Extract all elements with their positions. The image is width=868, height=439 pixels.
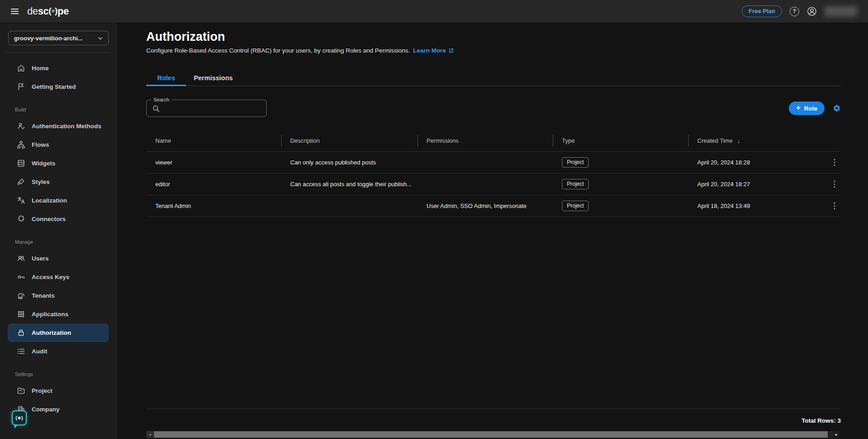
table-bottom-border — [146, 409, 841, 409]
search-input[interactable] — [163, 105, 266, 112]
table-settings-gear-icon[interactable] — [833, 104, 841, 112]
logo-text: de — [27, 5, 38, 17]
sidebar-item-audit[interactable]: Audit — [0, 342, 116, 361]
row-menu-kebab-icon[interactable] — [832, 178, 837, 190]
sidebar-item-users[interactable]: Users — [0, 249, 116, 268]
row-menu-kebab-icon[interactable] — [832, 157, 837, 168]
sidebar-item-widgets[interactable]: Widgets — [0, 154, 116, 173]
puzzle-icon — [17, 215, 25, 223]
sidebar: groovy-vermilion-archi... Home Getting S… — [0, 23, 116, 439]
topbar: desc(∗)pe Free Plan ? — [0, 0, 868, 23]
list-icon — [17, 347, 25, 356]
chat-logo-glyph: (∗) — [15, 415, 23, 421]
table-header: Name Description Permissions Type Create… — [146, 130, 841, 152]
sidebar-item-authorization[interactable]: Authorization — [8, 323, 109, 342]
support-chat-widget[interactable]: (∗) — [12, 410, 27, 425]
table-row[interactable]: viewer Can only access published posts P… — [146, 152, 841, 174]
scroll-left-arrow-icon[interactable]: ◄ — [146, 431, 153, 438]
grid-icon — [17, 310, 25, 318]
flag-icon — [17, 82, 25, 91]
type-badge: Project — [562, 201, 589, 211]
learn-more-link[interactable]: Learn More — [413, 47, 454, 54]
column-header-type[interactable]: Type — [553, 130, 688, 151]
folder-icon — [17, 386, 25, 395]
descope-logo[interactable]: desc(∗)pe — [27, 5, 69, 17]
sidebar-item-connectors[interactable]: Connectors — [0, 210, 116, 228]
add-role-button[interactable]: + Role — [789, 101, 825, 115]
column-header-created-time[interactable]: Created Time ↓ — [688, 130, 841, 151]
search-icon — [152, 105, 160, 112]
sidebar-item-tenants[interactable]: Tenants — [0, 286, 116, 305]
account-name-redacted — [825, 6, 857, 16]
sidebar-section-settings: Settings — [15, 371, 116, 378]
project-selector-value: groovy-vermilion-archi... — [14, 35, 83, 42]
translate-icon — [17, 196, 25, 205]
help-icon[interactable]: ? — [790, 7, 799, 16]
tenant-building-icon — [17, 291, 25, 300]
total-rows-label: Total Rows: 3 — [801, 417, 841, 424]
widgets-icon — [17, 159, 25, 168]
person-check-icon — [17, 122, 25, 130]
chevron-down-icon — [97, 35, 104, 42]
tab-bar: Roles Permissions — [146, 71, 841, 86]
type-badge: Project — [562, 179, 589, 189]
table-toolbar: Search + Role — [146, 100, 841, 117]
menu-icon[interactable] — [11, 7, 19, 15]
free-plan-badge[interactable]: Free Plan — [742, 5, 782, 17]
sidebar-item-access-keys[interactable]: Access Keys — [0, 268, 116, 286]
column-header-name[interactable]: Name — [146, 130, 281, 151]
search-field[interactable]: Search — [146, 100, 267, 117]
page-title: Authorization — [146, 30, 841, 44]
column-header-permissions[interactable]: Permissions — [417, 130, 553, 151]
sidebar-item-flows[interactable]: Flows — [0, 135, 116, 154]
main-content: Authorization Configure Role-Based Acces… — [116, 23, 868, 439]
sidebar-item-project[interactable]: Project — [0, 381, 116, 400]
users-icon — [17, 254, 25, 263]
brush-icon — [17, 178, 25, 186]
scroll-right-arrow-icon[interactable]: ► — [833, 431, 840, 438]
row-menu-kebab-icon[interactable] — [832, 200, 837, 212]
sidebar-item-applications[interactable]: Applications — [0, 305, 116, 323]
key-icon — [17, 273, 25, 281]
sidebar-nav: Home Getting Started Build Authenticatio… — [0, 53, 116, 419]
column-header-description[interactable]: Description — [281, 130, 417, 151]
sidebar-section-build: Build — [15, 107, 116, 113]
horizontal-scrollbar[interactable]: ◄ ► — [146, 431, 840, 438]
plus-icon: + — [796, 104, 800, 112]
sidebar-section-manage: Manage — [15, 239, 116, 246]
tab-roles[interactable]: Roles — [146, 71, 186, 86]
page-description: Configure Role-Based Access Control (RBA… — [146, 47, 841, 54]
sidebar-item-home[interactable]: Home — [0, 59, 116, 77]
flow-chart-icon — [17, 140, 25, 149]
search-label: Search — [151, 97, 172, 102]
project-selector[interactable]: groovy-vermilion-archi... — [8, 31, 109, 45]
topbar-actions: Free Plan ? — [742, 5, 857, 17]
table-row[interactable]: editor Can access all posts and toggle t… — [146, 174, 841, 195]
table-row[interactable]: Tenant Admin User Admin, SSO Admin, Impe… — [146, 195, 841, 217]
sidebar-item-getting-started[interactable]: Getting Started — [0, 77, 116, 96]
tab-permissions[interactable]: Permissions — [186, 71, 240, 86]
external-link-icon — [448, 48, 454, 53]
lock-icon — [17, 328, 25, 337]
sidebar-item-authentication-methods[interactable]: Authentication Methods — [0, 117, 116, 135]
type-badge: Project — [562, 157, 589, 168]
sidebar-item-styles[interactable]: Styles — [0, 173, 116, 191]
account-icon[interactable] — [807, 6, 817, 16]
scrollbar-thumb[interactable] — [154, 431, 828, 438]
home-icon — [17, 64, 25, 72]
sidebar-item-localization[interactable]: Localization — [0, 191, 116, 210]
sort-descending-icon[interactable]: ↓ — [737, 137, 740, 145]
